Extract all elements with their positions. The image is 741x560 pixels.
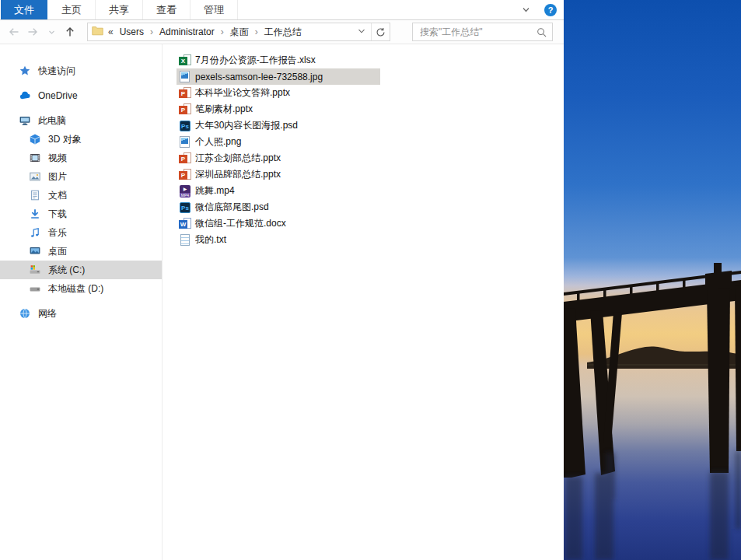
pier-silhouette [564, 0, 741, 560]
ribbon-collapse-chevron-icon[interactable] [522, 5, 530, 14]
network-globe-icon [19, 307, 31, 320]
address-dropdown-chevron-icon[interactable] [352, 26, 371, 37]
sidebar-item-label: 桌面 [48, 245, 67, 258]
image-file-icon [179, 71, 191, 83]
file-row[interactable]: 大年30内容长图海报.psd [177, 117, 380, 134]
3d-cube-icon [29, 133, 41, 145]
sidebar-item-drive-c[interactable]: 系统 (C:) [0, 261, 162, 279]
file-name: 微信组-工作规范.docx [195, 217, 286, 230]
file-row[interactable]: 深圳品牌部总结.pptx [177, 166, 380, 183]
file-row[interactable]: 微信组-工作规范.docx [177, 215, 380, 232]
desktop-monitor-icon [29, 245, 41, 257]
file-row[interactable]: 个人照.png [177, 134, 380, 150]
image-file-icon [179, 136, 191, 149]
sidebar-item-onedrive[interactable]: OneDrive [0, 86, 162, 105]
navigation-bar: « Users › Administrator › 桌面 › 工作总结 [0, 20, 564, 44]
mp4-file-icon [179, 185, 191, 198]
onedrive-cloud-icon [19, 89, 31, 102]
sidebar-item-pictures[interactable]: 图片 [0, 167, 162, 186]
quick-access-star-icon [19, 65, 31, 77]
desktop-wallpaper[interactable] [564, 0, 741, 560]
search-input[interactable] [413, 26, 537, 37]
tab-view[interactable]: 查看 [143, 0, 190, 19]
file-name: 江苏企划部总结.pptx [195, 152, 281, 165]
sidebar-item-label: 3D 对象 [48, 133, 82, 146]
breadcrumb-administrator[interactable]: Administrator [156, 26, 218, 37]
file-name: 我的.txt [195, 233, 226, 247]
refresh-icon[interactable] [371, 23, 390, 40]
sidebar-item-quick-access[interactable]: 快速访问 [0, 61, 162, 80]
breadcrumb-separator: › [218, 26, 227, 37]
powerpoint-file-icon [179, 87, 191, 100]
forward-icon[interactable] [23, 23, 42, 41]
tab-manage[interactable]: 管理 [190, 0, 238, 19]
file-row[interactable]: 跳舞.mp4 [177, 183, 380, 199]
sidebar-item-label: 下载 [48, 208, 67, 221]
sidebar-item-desktop[interactable]: 桌面 [0, 242, 162, 261]
file-row[interactable]: 微信底部尾图.psd [177, 199, 380, 215]
downloads-arrow-icon [29, 208, 41, 220]
search-icon[interactable] [537, 27, 552, 37]
file-name: 跳舞.mp4 [195, 184, 235, 198]
file-name: 笔刷素材.pptx [195, 103, 253, 116]
back-icon[interactable] [5, 23, 23, 41]
address-bar[interactable]: « Users › Administrator › 桌面 › 工作总结 [87, 23, 390, 41]
word-file-icon [179, 218, 191, 230]
powerpoint-file-icon [179, 152, 191, 165]
sidebar-item-this-pc[interactable]: 此电脑 [0, 111, 162, 130]
breadcrumb-overflow[interactable]: « [108, 26, 114, 37]
breadcrumb-users[interactable]: Users [117, 26, 147, 37]
file-name: 大年30内容长图海报.psd [195, 119, 298, 132]
photoshop-file-icon [179, 201, 191, 214]
sidebar-item-drive-d[interactable]: 本地磁盘 (D:) [0, 279, 162, 298]
local-disk-icon [29, 282, 41, 295]
file-row[interactable]: 本科毕业论文答辩.pptx [177, 85, 380, 101]
file-name: 深圳品牌部总结.pptx [195, 168, 281, 181]
text-file-icon [179, 234, 191, 247]
file-row[interactable]: 江苏企划部总结.pptx [177, 150, 380, 166]
file-name: 本科毕业论文答辩.pptx [195, 86, 290, 100]
breadcrumb-desktop[interactable]: 桌面 [227, 26, 252, 39]
sidebar-item-music[interactable]: 音乐 [0, 223, 162, 242]
this-pc-monitor-icon [19, 114, 31, 127]
file-row[interactable]: 笔刷素材.pptx [177, 101, 380, 117]
up-icon[interactable] [61, 23, 79, 41]
file-explorer-window: 文件 主页 共享 查看 管理 ? « Users [0, 0, 564, 560]
help-icon[interactable]: ? [544, 4, 557, 16]
pictures-frame-icon [29, 170, 41, 183]
sidebar-item-label: 本地磁盘 (D:) [48, 282, 103, 296]
tab-share[interactable]: 共享 [96, 0, 143, 19]
sidebar-item-3d-objects[interactable]: 3D 对象 [0, 130, 162, 149]
file-name: pexels-samson-lee-732588.jpg [195, 72, 323, 82]
tab-file[interactable]: 文件 [1, 0, 47, 19]
sidebar-item-label: 此电脑 [38, 114, 66, 128]
file-name: 微信底部尾图.psd [195, 201, 269, 214]
photoshop-file-icon [179, 120, 191, 132]
sidebar-item-label: 系统 (C:) [48, 264, 85, 277]
folder-icon [92, 26, 103, 38]
powerpoint-file-icon [179, 103, 191, 116]
sidebar-item-label: OneDrive [38, 90, 78, 101]
sidebar-item-label: 图片 [48, 170, 67, 184]
sidebar-item-label: 文档 [48, 189, 67, 202]
sidebar-item-network[interactable]: 网络 [0, 304, 162, 323]
file-row[interactable]: 我的.txt [177, 232, 380, 248]
breadcrumb-work-summary[interactable]: 工作总结 [261, 26, 305, 39]
file-row[interactable]: 7月份办公资源-工作报告.xlsx [177, 52, 380, 68]
excel-file-icon [179, 54, 191, 67]
breadcrumb-separator: › [147, 26, 156, 37]
search-box [412, 23, 553, 41]
file-name: 个人照.png [195, 135, 241, 149]
breadcrumb-separator: › [252, 26, 261, 37]
tab-home[interactable]: 主页 [48, 0, 96, 19]
sidebar-item-videos[interactable]: 视频 [0, 149, 162, 167]
sidebar-item-label: 快速访问 [38, 65, 75, 78]
file-row-selected[interactable]: pexels-samson-lee-732588.jpg [177, 68, 380, 85]
recent-locations-chevron-icon[interactable] [42, 23, 61, 41]
file-name: 7月份办公资源-工作报告.xlsx [195, 54, 316, 67]
file-list: 7月份办公资源-工作报告.xlsx pexels-samson-lee-7325… [163, 44, 564, 560]
sidebar-item-documents[interactable]: 文档 [0, 186, 162, 205]
sidebar-item-downloads[interactable]: 下载 [0, 205, 162, 223]
navigation-pane: 快速访问 OneDrive 此电脑 3D 对象 [0, 44, 163, 560]
videos-film-icon [29, 152, 41, 164]
